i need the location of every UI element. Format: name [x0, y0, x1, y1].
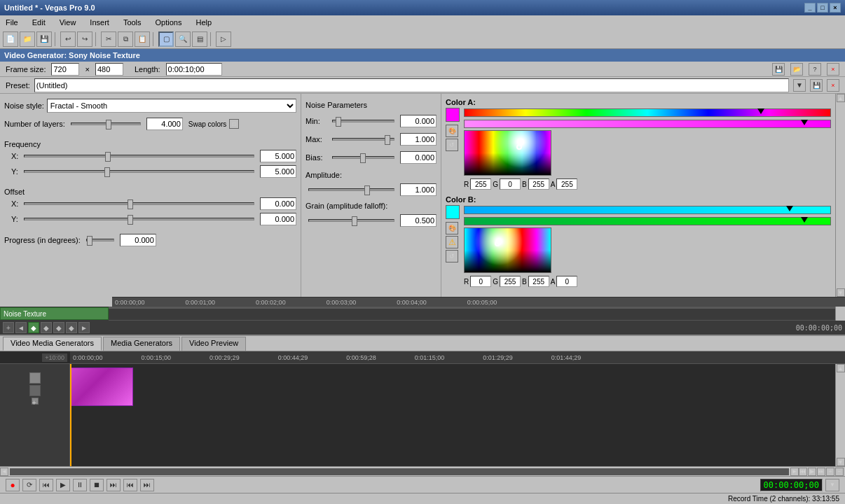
preset-dropdown-btn[interactable]: ▼: [793, 79, 806, 92]
close-button[interactable]: ×: [830, 3, 841, 13]
seq-track-mute[interactable]: [29, 385, 41, 396]
play-btn[interactable]: ▶: [56, 479, 70, 491]
select-button[interactable]: ▢: [158, 31, 174, 47]
open-button[interactable]: 📁: [20, 31, 35, 47]
next-btn[interactable]: ⏭: [140, 479, 154, 491]
new-button[interactable]: 📄: [3, 31, 18, 47]
max-input[interactable]: [400, 133, 437, 146]
menu-tools[interactable]: Tools: [121, 17, 144, 28]
seq-next-btn[interactable]: ⏭: [817, 468, 825, 476]
color-a-b-input[interactable]: [528, 178, 549, 190]
color-b-picker[interactable]: [464, 227, 551, 273]
kf-diamond1-btn[interactable]: ◆: [28, 322, 39, 333]
seq-track-drag[interactable]: +: [32, 398, 39, 405]
paste-button[interactable]: 📋: [135, 31, 150, 47]
redo-button[interactable]: ↪: [77, 31, 92, 47]
freq-y-input[interactable]: [260, 165, 296, 178]
color-b-r-input[interactable]: [470, 276, 491, 287]
zoom-button[interactable]: 🔍: [175, 31, 191, 47]
color-a-r-input[interactable]: [470, 178, 491, 190]
grain-input[interactable]: [400, 214, 437, 227]
tab-video-preview[interactable]: Video Preview: [181, 337, 246, 351]
color-a-a-input[interactable]: [556, 178, 577, 190]
color-b-eyedropper[interactable]: 🎨: [446, 222, 458, 234]
seq-scroll-right[interactable]: ►: [790, 468, 799, 476]
offset-y-input[interactable]: [260, 213, 296, 225]
offset-y-slider[interactable]: [24, 218, 254, 220]
minimize-button[interactable]: _: [804, 3, 816, 13]
num-layers-slider[interactable]: [71, 122, 141, 125]
preset-input[interactable]: [34, 78, 789, 92]
color-b-hue-bar[interactable]: [464, 206, 831, 214]
seq-scroll-left[interactable]: ◄: [0, 468, 8, 476]
color-a-hue-bar[interactable]: [464, 108, 831, 117]
color-b-reset[interactable]: ↺: [446, 250, 458, 262]
freq-x-slider[interactable]: [24, 155, 254, 158]
amp-input[interactable]: [400, 183, 437, 196]
seq-plus-btn[interactable]: +: [826, 468, 834, 476]
menu-file[interactable]: File: [3, 17, 21, 28]
cut-button[interactable]: ✂: [101, 31, 116, 47]
seq-play-btn[interactable]: ▶: [808, 468, 816, 476]
freq-x-input[interactable]: [260, 150, 296, 162]
kf-next-btn[interactable]: ►: [78, 322, 90, 333]
color-b-b-input[interactable]: [528, 276, 549, 287]
seq-track-settings[interactable]: [29, 372, 41, 384]
max-slider[interactable]: [332, 138, 394, 141]
vg-scrollbar-v[interactable]: ▲ ▼: [835, 94, 845, 297]
menu-options[interactable]: Options: [153, 17, 185, 28]
kf-prev-btn[interactable]: ◄: [15, 322, 27, 333]
seq-prev-btn[interactable]: ⏮: [799, 468, 807, 476]
color-b-a-input[interactable]: [556, 276, 577, 287]
kf-add-btn[interactable]: +: [3, 322, 14, 333]
vg-close-btn[interactable]: ×: [827, 63, 839, 76]
grain-slider[interactable]: [308, 219, 394, 222]
menu-view[interactable]: View: [57, 17, 79, 28]
menu-insert[interactable]: Insert: [87, 17, 112, 28]
color-a-g-input[interactable]: [500, 178, 521, 190]
progress-input[interactable]: [120, 234, 156, 246]
scroll-down-arrow[interactable]: ▼: [837, 288, 845, 297]
vg-help-btn[interactable]: ?: [809, 63, 821, 76]
amp-slider[interactable]: [308, 188, 394, 191]
color-a-eyedropper[interactable]: 🎨: [446, 125, 458, 137]
offset-x-input[interactable]: [260, 197, 296, 210]
maximize-button[interactable]: □: [817, 3, 828, 13]
save-button[interactable]: 💾: [36, 31, 52, 47]
undo-button[interactable]: ↩: [60, 31, 76, 47]
color-a-hue-thumb[interactable]: [757, 108, 764, 114]
bias-slider[interactable]: [332, 156, 394, 159]
frame-width-input[interactable]: [51, 63, 79, 76]
track-clip-noise[interactable]: [70, 368, 133, 406]
pause-btn[interactable]: ⏸: [73, 479, 87, 491]
stop-btn[interactable]: ⏹: [90, 479, 104, 491]
color-a-picker[interactable]: [464, 130, 551, 176]
color-b-sat-thumb[interactable]: [801, 217, 808, 223]
menu-help[interactable]: Help: [193, 17, 214, 28]
frame-height-input[interactable]: [95, 63, 123, 76]
color-a-sat-thumb[interactable]: [801, 120, 808, 125]
kf-diamond3-btn[interactable]: ◆: [53, 322, 64, 333]
color-b-sat-bar[interactable]: [464, 217, 831, 225]
event-button[interactable]: ▤: [192, 31, 207, 47]
to-end-btn[interactable]: ⏭: [107, 479, 121, 491]
copy-button[interactable]: ⧉: [118, 31, 133, 47]
seq-scroll-up[interactable]: ▲: [837, 364, 845, 372]
bias-input[interactable]: [400, 151, 437, 164]
preset-close-btn[interactable]: ×: [827, 79, 839, 92]
seq-scrollbar-v[interactable]: ▲ ▼: [835, 364, 845, 466]
freq-y-slider[interactable]: [24, 170, 254, 173]
vg-track-scrollbar[interactable]: [835, 307, 845, 321]
transport-time-display[interactable]: 00:00:00;00: [760, 479, 823, 491]
kf-diamond2-btn[interactable]: ◆: [41, 322, 52, 333]
color-a-swatch[interactable]: [446, 108, 460, 122]
play-from-start-btn[interactable]: ⏮: [39, 479, 53, 491]
color-b-swatch[interactable]: [446, 205, 460, 219]
color-a-reset[interactable]: ↺: [446, 139, 458, 151]
tab-media-generators[interactable]: Media Generators: [103, 337, 180, 351]
num-layers-input[interactable]: [146, 118, 183, 130]
render-button[interactable]: ▷: [216, 31, 231, 47]
kf-diamond4-btn[interactable]: ◆: [66, 322, 77, 333]
menu-edit[interactable]: Edit: [29, 17, 48, 28]
color-b-g-input[interactable]: [500, 276, 521, 287]
